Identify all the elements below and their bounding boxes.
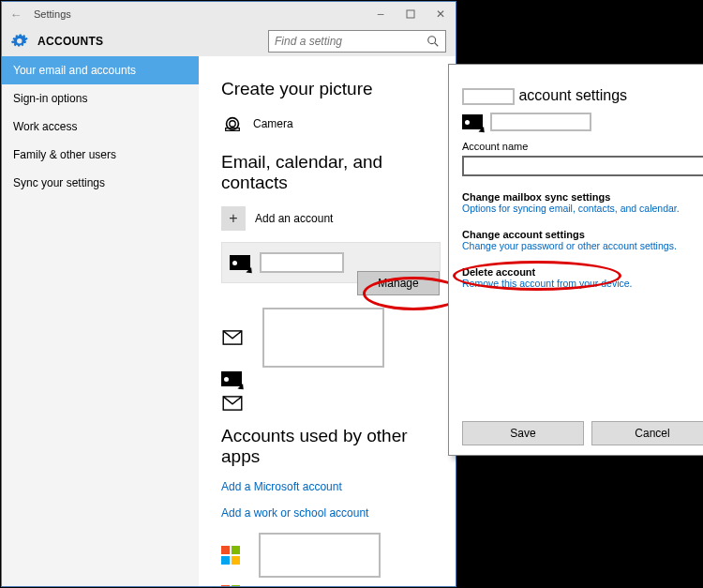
- group-desc: Options for syncing email, contacts, and…: [462, 203, 703, 214]
- svg-point-1: [428, 37, 436, 44]
- page-title: ACCOUNTS: [37, 35, 103, 48]
- camera-label: Camera: [253, 117, 293, 130]
- redacted-name: [462, 88, 515, 105]
- settings-window: ← Settings – ✕ ACCOUNTS Your email and a…: [1, 1, 456, 587]
- header: ACCOUNTS: [2, 26, 456, 56]
- content: Create your picture Camera Email, calend…: [199, 56, 456, 586]
- dialog-title: account settings: [462, 87, 703, 105]
- svg-line-2: [435, 43, 439, 47]
- sidebar-item-label: Sync your settings: [13, 176, 105, 189]
- back-button[interactable]: ←: [2, 8, 30, 22]
- group-desc: Change your password or other account se…: [462, 240, 703, 251]
- section-apps: Accounts used by other apps: [221, 426, 441, 467]
- mail-icon: [221, 392, 244, 415]
- plus-icon: +: [221, 206, 246, 231]
- section-email: Email, calendar, and contacts: [221, 152, 441, 193]
- search-input[interactable]: [268, 30, 446, 53]
- dialog-account-row: [462, 113, 703, 131]
- svg-rect-0: [407, 10, 414, 18]
- account-item[interactable]: [221, 308, 441, 368]
- account-settings-dialog: ✕ account settings Account name Change m…: [448, 64, 703, 456]
- sidebar-item-label: Family & other users: [13, 148, 116, 161]
- account-item[interactable]: [221, 371, 441, 386]
- group-title: Change mailbox sync settings: [462, 191, 703, 203]
- cancel-button[interactable]: Cancel: [591, 421, 703, 445]
- add-account-label: Add an account: [255, 212, 333, 225]
- section-picture: Create your picture: [221, 79, 441, 99]
- add-ms-account-link[interactable]: Add a Microsoft account: [221, 480, 441, 493]
- sidebar-item-label: Work access: [13, 120, 77, 133]
- account-item[interactable]: [221, 392, 441, 415]
- camera-row[interactable]: Camera: [221, 113, 441, 135]
- close-button[interactable]: ✕: [426, 2, 456, 26]
- minimize-button[interactable]: –: [366, 2, 396, 26]
- add-account-row[interactable]: + Add an account: [221, 206, 441, 231]
- gear-icon: [11, 33, 28, 50]
- account-name-label: Account name: [462, 141, 703, 152]
- sidebar: Your email and accounts Sign-in options …: [2, 56, 199, 586]
- group-title: Change account settings: [462, 229, 703, 240]
- window-title: Settings: [30, 8, 366, 20]
- maximize-button[interactable]: [396, 2, 426, 26]
- selected-account[interactable]: Manage: [221, 242, 441, 283]
- mail-icon: [221, 326, 244, 349]
- sidebar-item-label: Your email and accounts: [13, 64, 136, 77]
- delete-account-group[interactable]: Delete account Remove this account from …: [462, 266, 703, 289]
- microsoft-icon: [221, 546, 240, 565]
- app-account-item[interactable]: [221, 533, 441, 578]
- redacted-account: [262, 308, 384, 368]
- change-settings-group[interactable]: Change account settings Change your pass…: [462, 229, 703, 251]
- app-account-item[interactable]: [221, 585, 441, 586]
- account-name-input[interactable]: [462, 156, 703, 176]
- outlook-icon: [230, 255, 250, 270]
- svg-point-4: [230, 121, 235, 127]
- outlook-icon: [462, 114, 483, 129]
- titlebar: ← Settings – ✕: [2, 2, 456, 26]
- manage-button[interactable]: Manage: [357, 271, 440, 295]
- group-title: Delete account: [462, 266, 703, 278]
- sidebar-item-sync[interactable]: Sync your settings: [2, 169, 199, 197]
- outlook-icon: [221, 371, 242, 386]
- group-desc: Remove this account from your device.: [462, 278, 703, 289]
- add-work-account-link[interactable]: Add a work or school account: [221, 506, 441, 520]
- camera-icon: [221, 113, 244, 135]
- sidebar-item-email-accounts[interactable]: Your email and accounts: [2, 56, 199, 84]
- sidebar-item-label: Sign-in options: [13, 92, 87, 105]
- sync-settings-group[interactable]: Change mailbox sync settings Options for…: [462, 191, 703, 214]
- sidebar-item-family[interactable]: Family & other users: [2, 141, 199, 169]
- microsoft-icon: [221, 585, 240, 586]
- sidebar-item-signin[interactable]: Sign-in options: [2, 84, 199, 113]
- save-button[interactable]: Save: [462, 421, 584, 445]
- search-field[interactable]: [275, 35, 426, 48]
- redacted-account: [259, 533, 381, 578]
- redacted-account: [260, 252, 344, 273]
- redacted-email: [490, 113, 591, 131]
- sidebar-item-work[interactable]: Work access: [2, 113, 199, 141]
- search-icon: [426, 35, 440, 48]
